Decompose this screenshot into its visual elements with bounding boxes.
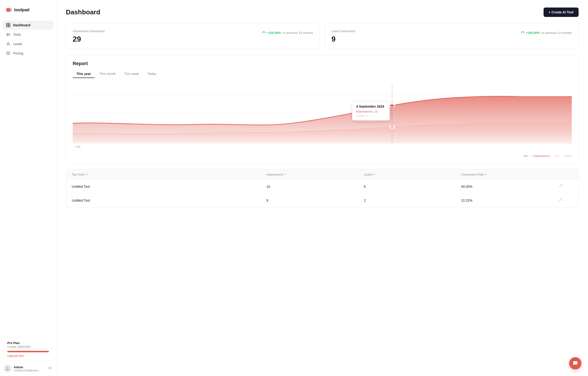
row1-conversion: 60.00%: [461, 185, 559, 188]
sidebar-footer: Pro Plan Credits 2000/2000 Upgrade plan …: [0, 334, 56, 376]
impressions-label: Impressions Generated: [73, 29, 104, 33]
sidebar-item-leads-label: Leads: [13, 42, 22, 46]
col-header-top-tools[interactable]: Top Tools ⇅: [72, 173, 267, 176]
tab-this-year[interactable]: This year: [73, 70, 95, 78]
tooltip-date: 4 September 2024: [356, 104, 386, 108]
pricing-icon: [6, 51, 10, 55]
tab-this-week[interactable]: This week: [120, 70, 143, 78]
row2-conversion: 22.22%: [461, 198, 559, 202]
tooltip-impressions: Impressions: 10: [356, 110, 386, 113]
tab-this-month[interactable]: This month: [96, 70, 119, 78]
svg-point-16: [389, 126, 395, 128]
legend-leads-line: [554, 156, 559, 156]
chat-bubble[interactable]: [569, 357, 581, 369]
sidebar-item-leads[interactable]: Leads: [3, 40, 53, 48]
tooltip-leads: Leads: 4: [356, 114, 386, 117]
legend-impressions-label: → impressions: [529, 154, 550, 158]
logo-text: toolpad: [14, 8, 29, 12]
col-header-conversion[interactable]: Conversion Rate ⇅: [461, 173, 559, 176]
logo: toolpad: [0, 0, 56, 19]
sort-icon-impressions: ⇅: [284, 173, 286, 176]
table-header: Top Tools ⇅ Impressions ⇅ Leads ⇅ Conver…: [66, 169, 578, 180]
svg-point-6: [7, 33, 8, 34]
main-header: Dashboard + Create AI Tool: [66, 8, 578, 17]
user-avatar: [4, 365, 11, 372]
svg-rect-4: [6, 25, 8, 27]
user-row: Admin roboffice100@gmail.c...: [4, 365, 53, 372]
col-header-impressions[interactable]: Impressions ⇅: [267, 173, 364, 176]
row1-impressions: 10: [267, 185, 364, 188]
impressions-change-pct: +100.00%: [267, 31, 281, 34]
row2-leads: 2: [364, 198, 461, 202]
sidebar-item-pricing[interactable]: Pricing: [3, 49, 53, 58]
page-title: Dashboard: [66, 9, 100, 16]
leads-card: Leads Generated 9 +100.00% vs previous 1…: [325, 23, 578, 49]
svg-rect-3: [9, 23, 10, 25]
row1-name: Untitled Tool: [72, 185, 267, 188]
edit-icon-row2[interactable]: [559, 199, 563, 203]
user-email: roboffice100@gmail.c...: [14, 369, 46, 372]
leads-label: Leads Generated: [331, 29, 355, 33]
sort-icon-leads: ⇅: [373, 173, 375, 176]
main-content: Dashboard + Create AI Tool Impressions G…: [56, 0, 588, 376]
sort-icon-conversion: ⇅: [485, 173, 487, 176]
table-row: Untitled Tool 10 6 60.00%: [66, 180, 578, 194]
svg-rect-5: [9, 25, 10, 27]
leads-change: +100.00% vs previous 12 months: [521, 30, 572, 35]
sidebar-item-dashboard[interactable]: Dashboard: [3, 21, 53, 30]
sidebar-item-tools[interactable]: Tools: [3, 30, 53, 39]
user-name: Admin: [14, 366, 46, 369]
plan-progress-bar-container: [7, 351, 49, 352]
chart-svg: [73, 83, 572, 148]
sidebar-nav: Dashboard Tools Leads: [0, 19, 56, 334]
row2-edit[interactable]: [559, 198, 573, 203]
leads-change-label: vs previous 12 months: [541, 31, 572, 34]
legend-impressions: → impressions: [523, 154, 550, 158]
legend-leads-label: → leads: [560, 154, 572, 158]
leads-icon: [6, 42, 10, 46]
row2-impressions: 9: [267, 198, 364, 202]
dashboard-icon: [6, 23, 10, 27]
sidebar: toolpad Dashboard: [0, 0, 56, 376]
plan-progress-bar: [7, 351, 49, 352]
leads-up-icon: [521, 30, 524, 35]
svg-point-7: [7, 34, 8, 35]
svg-point-10: [7, 367, 8, 368]
user-info: Admin roboffice100@gmail.c...: [14, 366, 46, 372]
report-card: Report This year This month This week To…: [66, 55, 578, 164]
plan-credits: Credits 2000/2000: [7, 345, 49, 348]
logout-icon[interactable]: [48, 366, 53, 371]
row1-edit[interactable]: [559, 184, 573, 189]
impressions-change: +100.00% vs previous 12 months: [262, 30, 313, 35]
chart-tooltip: 4 September 2024 Impressions: 10 Leads: …: [352, 102, 390, 121]
chart-legend: → impressions → leads: [73, 152, 572, 158]
svg-point-9: [8, 42, 9, 44]
sidebar-item-dashboard-label: Dashboard: [13, 23, 30, 27]
tab-today[interactable]: Today: [144, 70, 160, 78]
create-ai-tool-button[interactable]: + Create AI Tool: [544, 8, 578, 17]
svg-point-1: [8, 8, 12, 12]
upgrade-plan-link[interactable]: Upgrade plan: [7, 354, 49, 357]
leads-change-pct: +100.00%: [526, 31, 540, 34]
legend-leads: → leads: [554, 154, 572, 158]
svg-point-8: [7, 35, 8, 36]
impressions-value: 29: [73, 35, 104, 43]
plan-name: Pro Plan: [7, 341, 49, 345]
tools-icon: [6, 32, 10, 37]
table-row: Untitled Tool 9 2 22.22%: [66, 194, 578, 207]
sort-icon-tools: ⇅: [86, 173, 88, 176]
impressions-card: Impressions Generated 29 +100.00% vs pre…: [66, 23, 320, 49]
logo-icon: [6, 7, 12, 13]
col-header-leads[interactable]: Leads ⇅: [364, 173, 461, 176]
row1-leads: 6: [364, 185, 461, 188]
edit-icon-row1[interactable]: [559, 185, 563, 189]
chart-x-label: Sep: [75, 145, 80, 148]
sidebar-item-pricing-label: Pricing: [13, 52, 23, 55]
table-section: Top Tools ⇅ Impressions ⇅ Leads ⇅ Conver…: [66, 169, 578, 208]
legend-impressions-line: [523, 156, 528, 156]
plan-box: Pro Plan Credits 2000/2000 Upgrade plan: [4, 338, 53, 361]
col-header-actions: [559, 173, 573, 176]
impressions-change-label: vs previous 12 months: [282, 31, 313, 34]
svg-point-15: [389, 104, 395, 107]
report-title: Report: [73, 61, 572, 66]
